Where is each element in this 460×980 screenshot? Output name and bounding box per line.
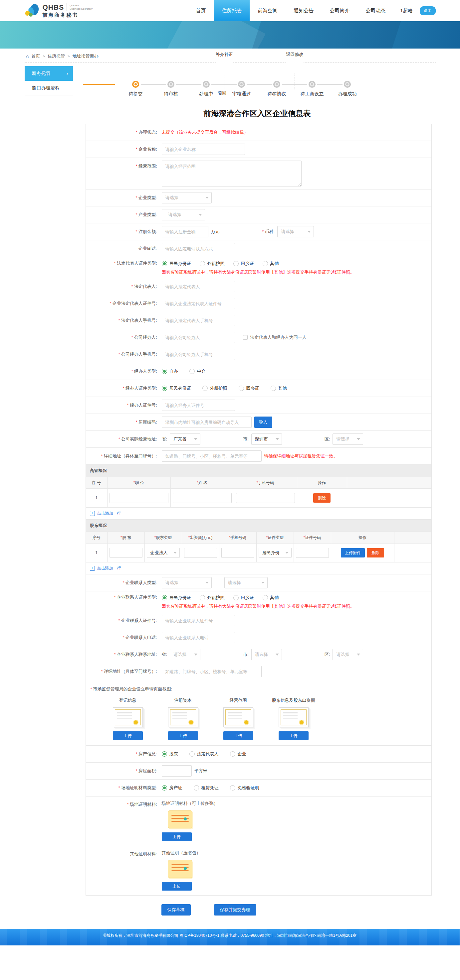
breadcrumb-hosting[interactable]: 住所托管 bbox=[48, 53, 65, 59]
district-select[interactable]: 请选择 bbox=[332, 433, 363, 445]
radio-intermediary[interactable]: 中介 bbox=[189, 368, 206, 374]
radio-other[interactable]: 其他 bbox=[263, 595, 279, 601]
col-phone: 手机号码 bbox=[234, 477, 297, 488]
contact-cert-no-label: 企业联系人证件号: bbox=[86, 615, 162, 626]
radio-other[interactable]: 其他 bbox=[263, 261, 279, 267]
province-select[interactable]: 广东省 bbox=[170, 433, 200, 445]
upload-button[interactable]: 上传 bbox=[224, 731, 253, 740]
save-and-submit-button[interactable]: 保存并提交办理 bbox=[214, 904, 256, 915]
row-business-scope: 经营范围: bbox=[86, 158, 432, 189]
radio-home-return-permit[interactable]: 回乡证 bbox=[233, 595, 254, 601]
house-code-input[interactable] bbox=[162, 417, 252, 428]
city-select[interactable]: 深圳市 bbox=[251, 433, 282, 445]
radio-self-handle[interactable]: 自办 bbox=[162, 368, 178, 374]
executive-name-input[interactable] bbox=[173, 493, 232, 503]
legal-cert-no-input[interactable] bbox=[162, 298, 235, 309]
contact-district-select[interactable]: 请选择 bbox=[332, 649, 363, 660]
legal-name-input[interactable] bbox=[162, 281, 235, 292]
top-header: QHBS QianHai Business Secretary 前海商务秘书 首… bbox=[0, 0, 460, 21]
caret-down-icon bbox=[194, 654, 197, 655]
radio-shareholder[interactable]: 股东 bbox=[162, 751, 178, 757]
caret-down-icon bbox=[285, 552, 289, 554]
radio-other[interactable]: 其他 bbox=[271, 385, 287, 391]
contact-type-select-2[interactable]: 请选择 bbox=[224, 577, 268, 589]
sidebar-item-new-hosting[interactable]: 新办托管 › bbox=[25, 66, 73, 81]
radio-icon bbox=[239, 386, 244, 391]
company-type-select[interactable]: 请选择 bbox=[162, 192, 212, 204]
agent-cert-no-input[interactable] bbox=[162, 399, 235, 411]
industry-type-select[interactable]: --请选择-- bbox=[162, 209, 205, 220]
import-button[interactable]: 导入 bbox=[254, 417, 272, 428]
radio-home-return-permit[interactable]: 回乡证 bbox=[233, 261, 254, 267]
col-name: 姓 名 bbox=[171, 477, 234, 488]
logout-button[interactable]: 退出 bbox=[420, 6, 436, 15]
contact-province-select[interactable]: 请选择 bbox=[170, 649, 200, 660]
upload-button[interactable]: 上传 bbox=[113, 731, 143, 740]
row-contact-address: 企业联系人联系地址: 省: 请选择 市: 请选择 区: 请选择 bbox=[86, 646, 432, 663]
radio-legal-representative[interactable]: 法定代表人 bbox=[189, 751, 219, 757]
upload-button[interactable]: 上传 bbox=[162, 832, 192, 841]
nav-item-home[interactable]: 首页 bbox=[188, 0, 214, 21]
upload-attachment-button[interactable]: 上传附件 bbox=[341, 548, 365, 557]
shareholder-type-select[interactable]: 企业法人 bbox=[147, 548, 180, 558]
shareholder-cert-no-input[interactable] bbox=[296, 548, 329, 558]
contact-tel-input[interactable] bbox=[162, 632, 235, 643]
radio-resident-id[interactable]: 居民身份证 bbox=[162, 385, 191, 391]
save-draft-button[interactable]: 保存草稿 bbox=[161, 904, 191, 915]
radio-checked-icon bbox=[162, 261, 167, 266]
delete-row-button[interactable]: 删除 bbox=[367, 548, 384, 557]
agent-name-input[interactable] bbox=[162, 332, 235, 343]
caret-down-icon bbox=[261, 582, 265, 584]
contact-city-select[interactable]: 请选择 bbox=[251, 649, 282, 660]
radio-foreign-passport[interactable]: 外籍护照 bbox=[200, 595, 225, 601]
contact-detail-address-input[interactable] bbox=[162, 666, 262, 677]
radio-resident-id[interactable]: 居民身份证 bbox=[162, 595, 191, 601]
upload-button[interactable]: 上传 bbox=[162, 882, 192, 891]
upload-button[interactable]: 上传 bbox=[168, 731, 198, 740]
detail-address-input[interactable] bbox=[162, 450, 262, 462]
executive-position-input[interactable] bbox=[110, 493, 168, 503]
logged-in-username[interactable]: 1超哈 bbox=[393, 8, 419, 14]
radio-property-deed[interactable]: 房产证 bbox=[162, 785, 182, 791]
nav-item-notices[interactable]: 通知公告 bbox=[286, 0, 321, 21]
radio-resident-id[interactable]: 居民身份证 bbox=[162, 261, 191, 267]
executives-add-row[interactable]: + 点击添加一行 bbox=[86, 507, 432, 520]
radio-lease-voucher[interactable]: 租赁凭证 bbox=[194, 785, 219, 791]
house-area-input[interactable] bbox=[162, 765, 192, 776]
sidebar-item-counter-process[interactable]: 窗口办理流程 bbox=[25, 81, 73, 95]
company-name-input[interactable] bbox=[162, 143, 245, 155]
legal-phone-input[interactable] bbox=[162, 315, 235, 326]
registered-amount-input[interactable] bbox=[162, 226, 208, 237]
radio-foreign-passport[interactable]: 外籍护照 bbox=[202, 385, 227, 391]
nav-item-residence-hosting[interactable]: 住所托管 bbox=[214, 0, 250, 21]
screenshot-business-scope: 经营范围 上传 bbox=[216, 697, 260, 740]
shareholder-name-input[interactable] bbox=[110, 548, 142, 558]
shareholders-add-row[interactable]: + 点击添加一行 bbox=[86, 562, 432, 574]
contact-type-select-1[interactable]: 请选择 bbox=[162, 577, 212, 589]
nav-item-company-news[interactable]: 公司动态 bbox=[358, 0, 393, 21]
shareholder-phone-input[interactable] bbox=[221, 548, 254, 558]
radio-inspection-exempt[interactable]: 免检验证明 bbox=[230, 785, 259, 791]
company-tel-input[interactable] bbox=[162, 243, 235, 254]
radio-home-return-permit[interactable]: 回乡证 bbox=[239, 385, 259, 391]
business-scope-textarea[interactable] bbox=[162, 161, 302, 186]
radio-foreign-passport[interactable]: 外籍护照 bbox=[200, 261, 225, 267]
nav-item-company-intro[interactable]: 公司简介 bbox=[321, 0, 358, 21]
breadcrumb-home[interactable]: 首页 bbox=[32, 53, 40, 59]
agent-name-label: 公司经办人: bbox=[86, 332, 162, 343]
contact-cert-no-input[interactable] bbox=[162, 615, 235, 626]
executive-phone-input[interactable] bbox=[236, 493, 295, 503]
same-person-checkbox[interactable] bbox=[243, 335, 248, 340]
radio-checked-icon bbox=[162, 595, 167, 600]
nav-item-qianhai-space[interactable]: 前海空间 bbox=[250, 0, 286, 21]
col-operation: 操作 bbox=[331, 532, 394, 543]
upload-button[interactable]: 上传 bbox=[279, 731, 308, 740]
radio-enterprise[interactable]: 企业 bbox=[230, 751, 246, 757]
currency-select[interactable]: 请选择 bbox=[277, 226, 314, 237]
company-type-label: 企业类型: bbox=[86, 192, 162, 204]
delete-row-button[interactable]: 删除 bbox=[313, 493, 331, 503]
agent-phone-input[interactable] bbox=[162, 349, 235, 360]
shareholder-amount-input[interactable] bbox=[184, 548, 217, 558]
row-registration-screenshots: 市场监督管理局的企业设立申请页面截图: 登记信息 上传 注册资本 上传 经营范围 bbox=[86, 680, 432, 746]
shareholder-cert-type-select[interactable]: 居民身份 bbox=[259, 548, 292, 558]
